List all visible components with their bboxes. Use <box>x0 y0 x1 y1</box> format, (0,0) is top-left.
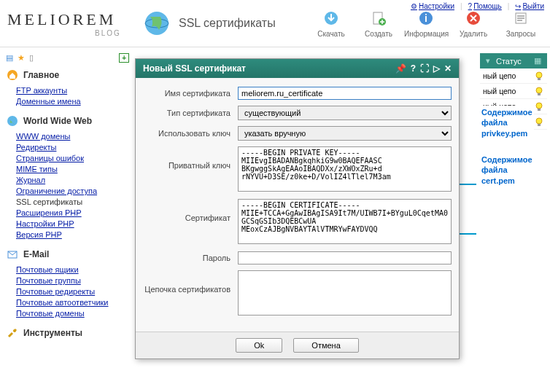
bulb-icon <box>534 117 544 127</box>
svg-point-12 <box>13 329 16 332</box>
svg-point-19 <box>536 118 542 124</box>
create-icon <box>370 9 387 27</box>
logo-text: MELIOREM <box>7 10 135 29</box>
toolbar-delete-button[interactable]: Удалить <box>452 9 495 38</box>
logout-icon: ↪ <box>515 2 521 10</box>
annotation-privkey: Содержимое файла privkey.pem <box>480 106 534 140</box>
sidebar-link[interactable]: Почтовые ящики <box>16 265 129 274</box>
mail-icon <box>6 248 19 261</box>
toolbar-requests-button[interactable]: Запросы <box>499 9 543 38</box>
globe-icon <box>6 114 19 128</box>
sidebar-link[interactable]: FTP аккаунты <box>16 86 129 95</box>
right-panel-header: ▾ Статус ▦ <box>480 53 547 68</box>
sidebar-link[interactable]: Версия PHP <box>16 230 129 239</box>
label-usekey: Использовать ключ <box>143 129 238 138</box>
status-row[interactable]: ный цепо <box>480 68 547 84</box>
pin-icon[interactable]: 📌 <box>395 63 406 74</box>
modal-title: Новый SSL сертификат <box>143 63 246 74</box>
annotation-cert: Содержимое файла cert.pem <box>480 153 534 187</box>
list-icon[interactable]: ▤ <box>6 53 13 63</box>
topbar-settings-link[interactable]: ⚙Настройки <box>411 2 454 10</box>
svg-point-13 <box>536 72 542 78</box>
svg-point-17 <box>536 103 542 109</box>
bulb-icon <box>534 86 544 96</box>
doc-icon[interactable]: ▯ <box>29 53 34 63</box>
svg-rect-18 <box>538 109 541 111</box>
privkey-textarea[interactable]: -----BEGIN PRIVATE KEY----- MIIEvgIBADAN… <box>238 146 452 192</box>
toolbar-download-button[interactable]: Скачать <box>309 9 353 38</box>
svg-point-15 <box>536 87 542 93</box>
svg-rect-20 <box>538 124 541 126</box>
svg-text:i: i <box>425 12 427 24</box>
svg-rect-14 <box>538 78 541 80</box>
cert-type-select[interactable]: существующий <box>238 106 452 120</box>
svg-rect-16 <box>538 93 541 95</box>
modal-header[interactable]: Новый SSL сертификат 📌 ? ⛶ ▷ ✕ <box>136 59 459 78</box>
close-icon[interactable]: ✕ <box>444 63 452 74</box>
sidebar-link[interactable]: Ограничение доступа <box>16 187 129 195</box>
home-icon <box>6 68 19 82</box>
label-cert-name: Имя сертификата <box>143 89 238 98</box>
label-chain: Цепочка сертификатов <box>143 270 238 294</box>
sidebar-link[interactable]: Почтовые группы <box>16 276 129 285</box>
calendar-icon: ▦ <box>534 56 541 66</box>
ok-button[interactable]: Ok <box>236 338 282 353</box>
sidebar-link[interactable]: Почтовые редиректы <box>16 287 129 296</box>
star-icon[interactable]: ★ <box>18 53 25 63</box>
toolbar-create-button[interactable]: Создать <box>357 9 400 38</box>
right-panel: ▾ Статус ▦ ный цепоный цепоный цепоисанн… <box>477 47 550 392</box>
cert-name-input[interactable] <box>238 87 452 100</box>
topbar-help-link[interactable]: ?Помощь <box>468 2 502 10</box>
label-cert: Сертификат <box>143 199 238 222</box>
sidebar-link[interactable]: Почтовые домены <box>16 309 129 318</box>
gear-icon: ⚙ <box>411 2 417 10</box>
sidebar-link[interactable]: Журнал <box>16 176 129 184</box>
globe-icon <box>142 9 171 38</box>
sidebar-link[interactable]: Доменные имена <box>16 97 129 106</box>
sidebar-link[interactable]: Редиректы <box>16 143 129 152</box>
label-privkey: Приватный ключ <box>143 146 238 170</box>
sidebar-section-tools[interactable]: Инструменты <box>6 326 129 340</box>
cert-textarea[interactable]: -----BEGIN CERTIFICATE----- MIIE+TCCA+Gg… <box>238 199 452 244</box>
chain-textarea[interactable] <box>238 270 452 315</box>
help-modal-icon[interactable]: ? <box>411 63 416 74</box>
status-row[interactable]: ный цепо <box>480 84 547 99</box>
sidebar-link[interactable]: Расширения PHP <box>16 208 129 217</box>
download-icon <box>322 9 340 27</box>
help-icon: ? <box>468 2 473 10</box>
sidebar-link[interactable]: WWW домены <box>16 132 129 141</box>
sidebar-link[interactable]: Страницы ошибок <box>16 154 129 162</box>
max-icon[interactable]: ⛶ <box>420 63 429 74</box>
logo-subtext: BLOG <box>95 29 135 37</box>
usekey-select[interactable]: указать вручную <box>238 126 452 141</box>
toolbar-info-button[interactable]: i Информация <box>404 9 448 38</box>
password-input[interactable] <box>238 251 452 264</box>
sidebar-link[interactable]: SSL сертификаты <box>16 197 129 206</box>
next-icon[interactable]: ▷ <box>433 63 440 74</box>
chevron-down-icon: ▾ <box>486 56 490 66</box>
svg-point-10 <box>7 116 18 126</box>
sidebar-section-home[interactable]: Главное <box>6 68 129 82</box>
topbar-logout-link[interactable]: ↪Выйти <box>515 2 544 10</box>
cancel-button[interactable]: Отмена <box>293 338 358 353</box>
label-pass: Пароль <box>143 254 238 262</box>
sidebar-link[interactable]: Почтовые автоответчики <box>16 298 129 307</box>
sidebar: ▤ ★ ▯ + ГлавноеFTP аккаунтыДоменные имен… <box>0 47 135 392</box>
new-ssl-modal: Новый SSL сертификат 📌 ? ⛶ ▷ ✕ Имя серти… <box>135 58 460 359</box>
tools-icon <box>6 326 19 340</box>
label-cert-type: Тип сертификата <box>143 109 238 117</box>
logo-area: MELIOREM BLOG <box>0 3 142 44</box>
bulb-icon <box>534 101 544 111</box>
plus-icon[interactable]: + <box>119 53 129 63</box>
page-title: SSL сертификаты <box>179 17 276 30</box>
sidebar-link[interactable]: Настройки PHP <box>16 219 129 228</box>
sidebar-section-mail[interactable]: E-Mail <box>6 248 129 261</box>
sidebar-section-globe[interactable]: World Wide Web <box>6 114 129 128</box>
bulb-icon <box>534 71 544 81</box>
sidebar-link[interactable]: MIME типы <box>16 165 129 173</box>
